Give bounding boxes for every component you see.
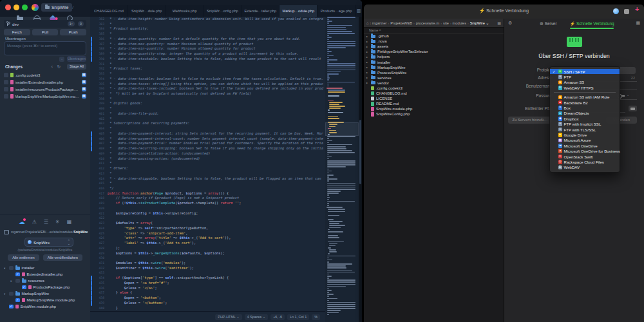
protocol-menu-item[interactable]: ≡FTP bbox=[550, 74, 620, 79]
disclosure-triangle-icon[interactable]: ▸ bbox=[366, 81, 369, 84]
file-row[interactable]: ▸FieldtypeSnipWireTaxSelector bbox=[364, 49, 504, 54]
editor-tab[interactable]: Webhooks.php bbox=[166, 5, 204, 17]
protocol-menu-item[interactable]: ▲Backblaze B2 bbox=[550, 100, 620, 105]
file-row[interactable]: ▸MarkupSnipWire bbox=[364, 65, 504, 70]
fetch-button[interactable]: Fetch bbox=[4, 29, 30, 35]
connected-server-icon[interactable] bbox=[613, 8, 619, 14]
indent-selector[interactable]: 4 Spaces ⌄ bbox=[245, 314, 269, 320]
file-row[interactable]: ▸.nova bbox=[364, 39, 504, 44]
change-row[interactable]: MarkupSnipWire/MarkupSnipWire.module.php… bbox=[0, 93, 90, 100]
tab-quick-connect[interactable]: ⚡Schnelle Verbindung bbox=[570, 21, 614, 26]
stage-checkbox[interactable] bbox=[4, 87, 8, 91]
disclosure-triangle-icon[interactable]: ▾ bbox=[4, 267, 7, 270]
disclosure-triangle-icon[interactable]: ▸ bbox=[366, 71, 369, 74]
disclosure-triangle-icon[interactable]: ▸ bbox=[366, 35, 369, 38]
publish-checkbox[interactable] bbox=[9, 305, 14, 309]
minimap-viewport[interactable] bbox=[325, 122, 359, 136]
grid-icon[interactable]: ▦ bbox=[67, 219, 72, 225]
pull-button[interactable]: Pull bbox=[32, 29, 59, 35]
stop-button[interactable] bbox=[624, 9, 629, 14]
push-button[interactable]: Push bbox=[60, 29, 86, 35]
editor-tab[interactable]: Markup…odule.php bbox=[279, 5, 317, 17]
tree-row[interactable]: ▾MarkupSnipWire bbox=[0, 290, 90, 297]
branch-selector[interactable]: dev 1↑ 0 bbox=[4, 20, 86, 28]
browse-folder-button[interactable] bbox=[629, 106, 637, 111]
publish-checkbox[interactable] bbox=[15, 279, 20, 283]
protocol-menu-item[interactable]: ☁Microsoft OneDrive bbox=[550, 143, 620, 148]
commit-button[interactable]: Übertragen bbox=[67, 56, 86, 62]
close-button[interactable] bbox=[5, 5, 11, 10]
stage-checkbox[interactable] bbox=[4, 73, 8, 77]
publish-cloud-icon[interactable]: ☁ bbox=[19, 218, 25, 225]
project-pill[interactable]: SnipWire bbox=[41, 3, 72, 12]
file-row[interactable]: ▸helpers bbox=[364, 54, 504, 59]
file-row[interactable]: LICENSE bbox=[364, 96, 504, 101]
file-row[interactable]: .config.codekit3 bbox=[364, 86, 504, 91]
publish-checkbox[interactable] bbox=[22, 285, 26, 290]
protocol-menu-item[interactable]: ≡FTP with TLS/SSL bbox=[550, 127, 620, 132]
scrollbar-thumb[interactable] bbox=[359, 120, 361, 184]
remove-all-button[interactable]: Alle entfernen bbox=[8, 254, 39, 261]
minimize-button[interactable] bbox=[14, 5, 19, 10]
file-row[interactable]: ▸ProcessSnipWire bbox=[364, 70, 504, 75]
file-row[interactable]: SnipWire.module.php bbox=[364, 106, 504, 111]
disclosure-triangle-icon[interactable]: ▸ bbox=[366, 55, 369, 59]
disclosure-triangle-icon[interactable]: ▸ bbox=[366, 61, 369, 64]
protocol-menu-item[interactable]: ◎Rackspace Cloud Files bbox=[550, 159, 620, 164]
disclosure-triangle-icon[interactable]: ▾ bbox=[10, 279, 14, 283]
publish-checkbox[interactable] bbox=[15, 272, 20, 277]
publish-checkbox[interactable] bbox=[15, 298, 20, 303]
publish-all-button[interactable]: Alle veröffentlichen bbox=[43, 254, 82, 261]
transmit-toolbar[interactable]: ⚡ Schnelle Verbindung + bbox=[364, 5, 644, 19]
collapse-icon[interactable]: ‹ bbox=[52, 64, 53, 69]
port-input[interactable]: 22 bbox=[631, 76, 635, 80]
file-row[interactable]: ▸installer bbox=[364, 59, 504, 64]
file-row[interactable]: SnipWireConfig.php bbox=[364, 111, 504, 117]
stage-checkbox[interactable] bbox=[4, 80, 8, 84]
protocol-menu-item[interactable]: aAmazon S3 with IAM Role bbox=[550, 95, 620, 100]
protocol-menu-item[interactable]: □OpenStack Swift bbox=[550, 154, 620, 159]
protocol-menu-item[interactable]: DWebDAV bbox=[550, 165, 620, 170]
file-row[interactable]: ▸.github bbox=[364, 33, 504, 39]
protocol-menu-item[interactable]: ≡FTP with Implicit SSL bbox=[550, 122, 620, 127]
split-editor-icon[interactable]: ▥ bbox=[355, 5, 362, 17]
protocol-menu-item[interactable]: ●DreamObjects bbox=[550, 111, 620, 116]
file-row[interactable]: CHANGELOG.md bbox=[364, 91, 504, 96]
view-toggle-icon[interactable]: ▦ bbox=[497, 21, 501, 25]
protocol-menu-item[interactable]: ◆Dropbox bbox=[550, 116, 620, 121]
tab-server[interactable]: ⚙Server bbox=[540, 21, 557, 26]
add-to-servers-button[interactable]: Zu Servern hinzufü… bbox=[508, 117, 552, 124]
breadcrumb-item[interactable]: mgartner bbox=[372, 21, 387, 25]
tree-row[interactable]: SnipWire.module.php bbox=[0, 303, 90, 310]
add-server-icon[interactable]: + bbox=[635, 6, 639, 12]
protocol-menu-item[interactable]: ✓≡SSH / SFTP bbox=[550, 69, 620, 74]
refresh-icon[interactable]: ↻ bbox=[57, 64, 61, 70]
disclosure-triangle-icon[interactable]: ▸ bbox=[366, 76, 369, 79]
zoom-button[interactable] bbox=[22, 5, 28, 10]
tree-row[interactable]: ProductsPackage.php bbox=[0, 284, 90, 290]
language-selector[interactable]: PHP-HTML ⌄ bbox=[215, 314, 242, 320]
file-row[interactable]: README.md bbox=[364, 101, 504, 106]
settings-gear-icon[interactable]: ⚙ bbox=[508, 21, 512, 26]
server-select[interactable]: SnipWire ⌃⌄ bbox=[24, 238, 73, 247]
breadcrumb-item[interactable]: modules bbox=[453, 21, 467, 25]
disclosure-triangle-icon[interactable]: ▸ bbox=[366, 40, 369, 43]
protocol-menu-item[interactable]: aAmazon S3 bbox=[550, 80, 620, 85]
change-row[interactable]: .config.codekit3M bbox=[0, 71, 90, 79]
issues-icon[interactable]: ⚠ bbox=[32, 219, 37, 225]
chevron-down-icon[interactable]: ⌄ bbox=[627, 93, 629, 97]
publish-checkbox[interactable] bbox=[9, 292, 14, 296]
breadcrumb-item[interactable]: ProjekteWEB bbox=[390, 21, 412, 25]
tree-row[interactable]: ▾resources bbox=[0, 278, 90, 284]
disclosure-triangle-icon[interactable]: ▸ bbox=[366, 66, 369, 69]
stage-checkbox[interactable] bbox=[4, 94, 8, 99]
align-icon[interactable]: ☰ bbox=[44, 219, 48, 225]
clips-icon[interactable]: ✳ bbox=[55, 219, 60, 225]
disclosure-triangle-icon[interactable]: ▾ bbox=[4, 292, 7, 296]
publish-checkbox[interactable] bbox=[9, 266, 14, 270]
code-editor[interactable]: 382 * - data-item-height: number Using c… bbox=[90, 17, 325, 311]
protocol-menu-item[interactable]: bBox bbox=[550, 105, 620, 110]
stage-all-button[interactable]: Stage All bbox=[67, 64, 86, 70]
file-row[interactable]: ▸services bbox=[364, 75, 504, 80]
change-row[interactable]: installer/ExtendedInstaller.phpM bbox=[0, 79, 90, 86]
